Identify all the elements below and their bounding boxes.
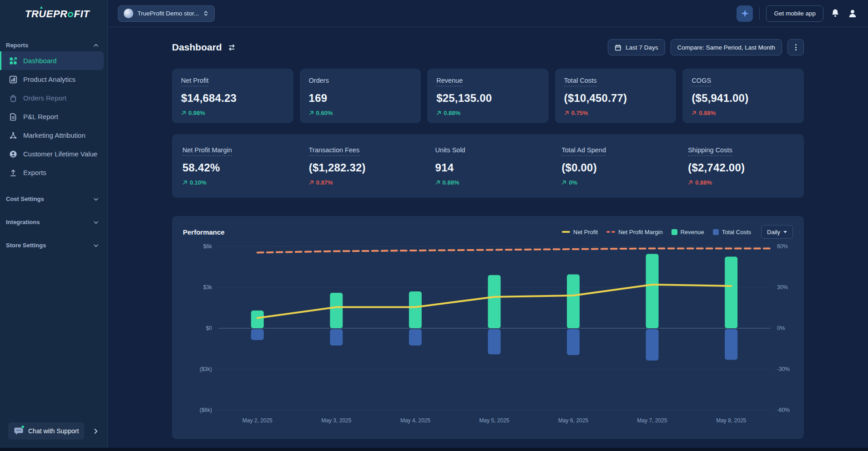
store-selector-label: TrueProfit Demo stor... xyxy=(137,10,199,17)
metric-value: ($1,282.32) xyxy=(309,161,414,174)
sidebar-item-label: P&L Report xyxy=(23,113,58,120)
user-account-icon[interactable] xyxy=(847,8,858,19)
svg-text:60%: 60% xyxy=(777,243,788,250)
metric-change: 0.87% xyxy=(309,179,414,186)
chat-bubble-icon xyxy=(14,426,24,436)
legend-net-profit-margin[interactable]: Net Profit Margin xyxy=(606,229,663,236)
metric-label: Net Profit xyxy=(181,77,208,86)
svg-text:30%: 30% xyxy=(777,284,788,291)
more-options-button[interactable] xyxy=(787,39,804,55)
brand-logo-text: TRUEPRFIT xyxy=(25,8,90,20)
notifications-bell-icon[interactable] xyxy=(830,8,841,19)
metric-card-total-costs[interactable]: Total Costs ($10,450.77) 0.75% xyxy=(555,69,676,123)
section-label: Cost Settings xyxy=(6,195,44,202)
performance-panel: Performance Net Profit Net Profit Margin… xyxy=(172,216,804,439)
sidebar-section-store-settings[interactable]: Store Settings xyxy=(0,239,107,251)
chart-legend: Net Profit Net Profit Margin Revenue Tot… xyxy=(562,229,751,236)
metric-label: Net Profit Margin xyxy=(182,146,232,156)
window-bottom-edge xyxy=(0,448,868,451)
svg-text:$3k: $3k xyxy=(203,284,212,291)
svg-text:May 2, 2025: May 2, 2025 xyxy=(242,417,273,424)
compare-button[interactable]: Compare: Same Period, Last Month xyxy=(671,39,782,55)
chat-with-support[interactable]: Chat with Support xyxy=(8,422,99,440)
trend-up-icon xyxy=(182,180,187,185)
svg-text:May 5, 2025: May 5, 2025 xyxy=(479,417,509,424)
chevron-down-icon xyxy=(93,196,99,202)
page-title: Dashboard xyxy=(172,42,222,53)
section-label: Store Settings xyxy=(6,242,46,249)
svg-text:May 7, 2025: May 7, 2025 xyxy=(637,417,667,424)
metric-transaction-fees[interactable]: Transaction Fees ($1,282.32) 0.87% xyxy=(298,146,425,186)
metric-value: ($10,450.77) xyxy=(564,92,667,105)
legend-total-costs[interactable]: Total Costs xyxy=(713,229,751,236)
trend-up-icon xyxy=(691,110,696,115)
orders-report-icon xyxy=(9,94,17,102)
metric-label: Orders xyxy=(309,77,329,86)
sidebar-item-dashboard[interactable]: Dashboard xyxy=(0,51,104,70)
metric-total-ad-spend[interactable]: Total Ad Spend ($0.00) 0% xyxy=(551,146,677,186)
metric-value: ($5,941.00) xyxy=(691,92,795,105)
metric-change: 0.88% xyxy=(436,110,540,116)
metric-card-net-profit[interactable]: Net Profit $14,684.23 0.98% xyxy=(172,69,293,123)
metric-value: ($2,742.00) xyxy=(688,161,793,174)
metric-units-sold[interactable]: Units Sold 914 0.88% xyxy=(425,146,551,186)
ai-assistant-button[interactable] xyxy=(737,5,753,22)
metric-shipping-costs[interactable]: Shipping Costs ($2,742.00) 0.88% xyxy=(677,146,804,186)
section-label: Integrations xyxy=(6,219,40,226)
date-range-label: Last 7 Days xyxy=(626,44,658,51)
svg-text:May 8, 2025: May 8, 2025 xyxy=(716,417,746,424)
sidebar-item-product-analytics[interactable]: Product Analytics xyxy=(0,70,104,89)
sidebar-item-customer-ltv[interactable]: Customer Lifetime Value xyxy=(0,145,104,163)
sidebar-section-integrations[interactable]: Integrations xyxy=(0,216,107,228)
sidebar-section-reports[interactable]: Reports xyxy=(0,39,107,51)
bar-swatch xyxy=(671,229,677,235)
metric-net-profit-margin[interactable]: Net Profit Margin 58.42% 0.10% xyxy=(172,146,298,186)
date-range-button[interactable]: Last 7 Days xyxy=(608,39,665,55)
legend-revenue[interactable]: Revenue xyxy=(671,229,704,236)
metric-label: Shipping Costs xyxy=(688,146,732,156)
sidebar-item-exports[interactable]: Exports xyxy=(0,163,104,182)
sidebar-item-marketing-attribution[interactable]: Marketing Attribution xyxy=(0,126,104,145)
compare-label: Compare: Same Period, Last Month xyxy=(677,44,775,51)
secondary-metrics-panel: Net Profit Margin 58.42% 0.10% Transacti… xyxy=(172,134,804,198)
metric-label: Revenue xyxy=(436,77,463,86)
page-header: Dashboard Last 7 Days Compare: Same Peri… xyxy=(172,39,804,55)
store-selector[interactable]: TrueProfit Demo stor... xyxy=(118,5,215,22)
granularity-select[interactable]: Daily xyxy=(761,225,793,239)
pl-report-icon xyxy=(9,113,17,121)
topbar-right: Get mobile app xyxy=(737,5,858,22)
sidebar: TRUEPRFIT Reports Dashboard Product Anal… xyxy=(0,0,108,448)
refresh-compare-icon[interactable] xyxy=(227,43,236,52)
metric-card-orders[interactable]: Orders 169 0.60% xyxy=(300,69,421,123)
trend-up-icon xyxy=(181,110,186,115)
chevron-right-icon[interactable] xyxy=(92,428,99,435)
legend-net-profit[interactable]: Net Profit xyxy=(562,229,598,236)
metric-change: 0.88% xyxy=(688,179,793,186)
product-analytics-icon xyxy=(9,75,17,84)
unfold-icon xyxy=(203,10,209,16)
metric-change: 0.88% xyxy=(691,110,795,116)
get-mobile-app-button[interactable]: Get mobile app xyxy=(766,5,823,22)
chevron-down-icon xyxy=(93,219,99,226)
sidebar-item-label: Product Analytics xyxy=(23,75,76,83)
sidebar-nav: Reports Dashboard Product Analytics xyxy=(0,28,107,422)
kebab-icon xyxy=(795,44,797,50)
topbar-divider xyxy=(759,8,760,20)
sidebar-item-label: Exports xyxy=(23,169,46,176)
svg-text:$0: $0 xyxy=(206,325,212,331)
metric-card-revenue[interactable]: Revenue $25,135.00 0.88% xyxy=(427,69,549,123)
svg-text:-30%: -30% xyxy=(777,366,790,372)
chevron-down-icon xyxy=(783,231,787,233)
metric-label: Transaction Fees xyxy=(309,146,359,156)
bar-swatch xyxy=(713,229,719,235)
sidebar-item-orders-report[interactable]: Orders Report xyxy=(0,89,104,107)
metric-value: 169 xyxy=(309,92,412,105)
sidebar-item-pl-report[interactable]: P&L Report xyxy=(0,107,104,126)
metric-change: 0.88% xyxy=(435,179,541,186)
svg-text:($3k): ($3k) xyxy=(200,366,212,372)
header-actions: Last 7 Days Compare: Same Period, Last M… xyxy=(608,39,804,55)
metric-card-cogs[interactable]: COGS ($5,941.00) 0.88% xyxy=(682,69,804,123)
sidebar-item-label: Orders Report xyxy=(23,94,66,102)
chat-pill: Chat with Support xyxy=(8,422,84,440)
sidebar-section-cost-settings[interactable]: Cost Settings xyxy=(0,193,107,205)
